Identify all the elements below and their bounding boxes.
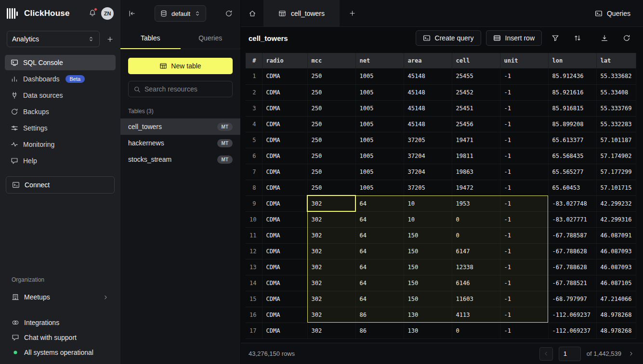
grid-cell[interactable]: -1 — [500, 68, 548, 84]
grid-cell[interactable]: 150 — [404, 243, 452, 259]
grid-cell[interactable]: 85.899208 — [548, 116, 596, 132]
grid-cell[interactable]: 1005 — [355, 84, 404, 100]
grid-cell[interactable]: 150 — [404, 259, 452, 275]
grid-cell[interactable]: 57.101715 — [596, 180, 636, 195]
grid-cell[interactable]: 46.087093 — [596, 243, 636, 259]
grid-cell[interactable]: 250 — [307, 132, 355, 148]
grid-cell[interactable]: 45148 — [404, 84, 452, 100]
table-list-item-cell-towers[interactable]: cell_towersMT — [120, 118, 240, 135]
grid-cell[interactable]: -1 — [500, 275, 548, 291]
grid-cell[interactable]: -1 — [500, 243, 548, 259]
grid-cell[interactable]: 64 — [355, 211, 404, 227]
filter-button[interactable] — [547, 30, 564, 46]
grid-cell[interactable]: 130 — [404, 307, 452, 323]
sidebar-footer-chat-with-support[interactable]: Chat with support — [12, 334, 109, 341]
column-header-unit[interactable]: unit — [500, 53, 548, 68]
grid-cell[interactable]: -1 — [500, 291, 548, 307]
grid-cell[interactable]: -1 — [500, 195, 548, 211]
new-table-button[interactable]: New table — [128, 58, 233, 74]
column-header-cell[interactable]: cell — [452, 53, 500, 68]
grid-cell[interactable]: 250 — [307, 164, 355, 180]
table-list-item-stocks-stream[interactable]: stocks_streamMT — [120, 151, 240, 168]
grid-cell[interactable]: CDMA — [262, 164, 307, 180]
grid-cell[interactable]: -67.788628 — [548, 259, 596, 275]
grid-cell[interactable]: -1 — [500, 211, 548, 227]
grid-cell[interactable]: -1 — [500, 307, 548, 323]
sidebar-item-dashboards[interactable]: DashboardsBeta — [5, 71, 116, 87]
grid-cell[interactable]: 85.912436 — [548, 68, 596, 84]
column-header-radio[interactable]: radio — [262, 53, 307, 68]
grid-cell[interactable]: -67.788587 — [548, 227, 596, 243]
grid-cell[interactable]: 46.087091 — [596, 227, 636, 243]
grid-cell[interactable]: -1 — [500, 84, 548, 100]
grid-cell[interactable]: -1 — [500, 323, 548, 338]
grid-cell[interactable]: CDMA — [262, 259, 307, 275]
grid-cell[interactable]: 25451 — [452, 100, 500, 116]
new-tab-button[interactable] — [340, 0, 365, 26]
grid-cell[interactable]: 6147 — [452, 243, 500, 259]
grid-cell[interactable]: -1 — [500, 227, 548, 243]
grid-cell[interactable]: -1 — [500, 259, 548, 275]
database-selector[interactable]: default — [155, 5, 206, 22]
grid-cell[interactable]: -1 — [500, 148, 548, 164]
grid-cell[interactable]: 0 — [452, 227, 500, 243]
collapse-panel-icon[interactable] — [128, 10, 136, 17]
grid-cell[interactable]: 65.613377 — [548, 132, 596, 148]
grid-cell[interactable]: 250 — [307, 148, 355, 164]
grid-cell[interactable]: CDMA — [262, 68, 307, 84]
grid-cell[interactable]: CDMA — [262, 116, 307, 132]
grid-cell[interactable]: 55.33408 — [596, 84, 636, 100]
grid-cell[interactable]: 10 — [404, 195, 452, 211]
next-page-button[interactable] — [627, 351, 635, 357]
grid-cell[interactable]: -83.027771 — [548, 211, 596, 227]
grid-cell[interactable]: CDMA — [262, 211, 307, 227]
grid-cell[interactable]: 37204 — [404, 164, 452, 180]
grid-cell[interactable]: 0 — [452, 211, 500, 227]
grid-cell[interactable]: 302 — [307, 227, 355, 243]
grid-cell[interactable]: 302 — [307, 259, 355, 275]
grid-cell[interactable]: 64 — [355, 275, 404, 291]
grid-cell[interactable]: 64 — [355, 243, 404, 259]
notifications-button[interactable] — [89, 9, 96, 18]
grid-cell[interactable]: CDMA — [262, 275, 307, 291]
grid-cell[interactable]: 46.087105 — [596, 275, 636, 291]
grid-cell[interactable]: CDMA — [262, 84, 307, 100]
grid-cell[interactable]: 45148 — [404, 116, 452, 132]
grid-cell[interactable]: CDMA — [262, 243, 307, 259]
grid-cell[interactable]: 302 — [307, 323, 355, 338]
sidebar-item-monitoring[interactable]: Monitoring — [5, 137, 116, 152]
grid-cell[interactable]: -67.788521 — [548, 275, 596, 291]
grid-cell[interactable]: 1005 — [355, 148, 404, 164]
page-input[interactable] — [559, 347, 581, 361]
grid-cell[interactable]: -1 — [500, 100, 548, 116]
grid-cell[interactable]: -67.788628 — [548, 243, 596, 259]
sidebar-footer-integrations[interactable]: Integrations — [12, 319, 109, 326]
insert-row-button[interactable]: Insert row — [486, 30, 542, 46]
grid-cell[interactable]: -112.069237 — [548, 323, 596, 338]
grid-cell[interactable]: 302 — [307, 195, 355, 211]
grid-cell[interactable]: -1 — [500, 116, 548, 132]
grid-cell[interactable]: CDMA — [262, 180, 307, 195]
tab-queries[interactable]: Queries — [181, 27, 241, 49]
grid-cell[interactable]: CDMA — [262, 195, 307, 211]
column-header-mcc[interactable]: mcc — [307, 53, 355, 68]
sidebar-item-sql-console[interactable]: SQL Console — [5, 55, 116, 70]
download-button[interactable] — [596, 30, 613, 46]
connect-button[interactable]: Connect — [6, 176, 115, 194]
grid-cell[interactable]: 250 — [307, 116, 355, 132]
grid-cell[interactable]: 48.978268 — [596, 323, 636, 338]
sidebar-item-data-sources[interactable]: Data sources — [5, 88, 116, 103]
grid-cell[interactable]: 19472 — [452, 180, 500, 195]
grid-cell[interactable]: -83.027748 — [548, 195, 596, 211]
grid-cell[interactable]: 64 — [355, 291, 404, 307]
grid-cell[interactable]: 150 — [404, 291, 452, 307]
grid-cell[interactable]: 1005 — [355, 68, 404, 84]
grid-cell[interactable]: 1953 — [452, 195, 500, 211]
add-workspace-button[interactable] — [106, 36, 114, 43]
grid-cell[interactable]: -1 — [500, 132, 548, 148]
column-header-net[interactable]: net — [355, 53, 404, 68]
grid-cell[interactable]: 19811 — [452, 148, 500, 164]
grid-cell[interactable]: 10 — [404, 211, 452, 227]
grid-cell[interactable]: 45148 — [404, 100, 452, 116]
grid-cell[interactable]: 302 — [307, 307, 355, 323]
